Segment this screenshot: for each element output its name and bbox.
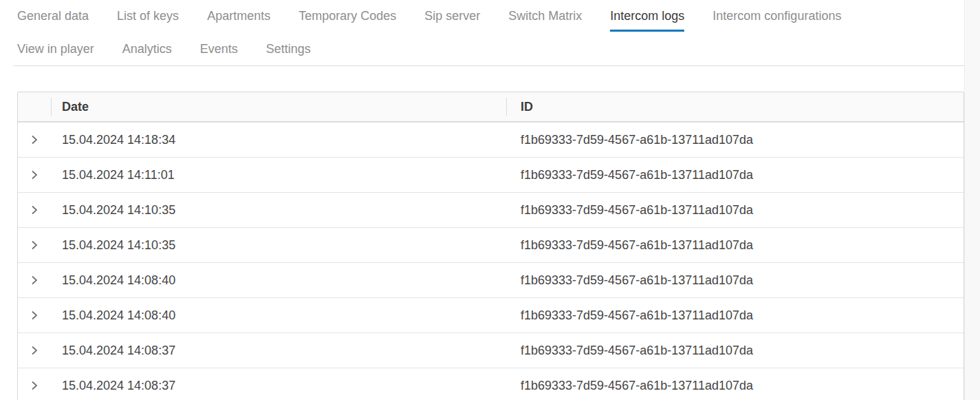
row-expand-button[interactable] bbox=[28, 379, 41, 392]
expand-column-header bbox=[18, 92, 51, 121]
chevron-right-icon bbox=[29, 240, 40, 251]
table-row[interactable]: 15.04.2024 14:08:37 f1b69333-7d59-4567-a… bbox=[18, 368, 963, 400]
chevron-right-icon bbox=[29, 345, 40, 356]
tab-view-in-player[interactable]: View in player bbox=[17, 42, 94, 56]
log-id: f1b69333-7d59-4567-a61b-13711ad107da bbox=[506, 203, 963, 218]
tab-sip-server[interactable]: Sip server bbox=[424, 9, 480, 32]
primary-tab-bar: General data List of keys Apartments Tem… bbox=[0, 0, 980, 32]
table-row[interactable]: 15.04.2024 14:08:37 f1b69333-7d59-4567-a… bbox=[18, 333, 963, 368]
log-id: f1b69333-7d59-4567-a61b-13711ad107da bbox=[506, 308, 963, 323]
chevron-right-icon bbox=[29, 380, 40, 391]
tab-apartments[interactable]: Apartments bbox=[207, 9, 270, 32]
row-expand-button[interactable] bbox=[28, 344, 41, 357]
row-expand-button[interactable] bbox=[28, 168, 41, 182]
log-id: f1b69333-7d59-4567-a61b-13711ad107da bbox=[506, 344, 963, 358]
chevron-right-icon bbox=[29, 310, 40, 321]
row-expand-button[interactable] bbox=[28, 203, 41, 217]
table-row[interactable]: 15.04.2024 14:10:35 f1b69333-7d59-4567-a… bbox=[18, 192, 963, 227]
table-header-row: Date ID bbox=[18, 92, 963, 122]
table-row[interactable]: 15.04.2024 14:08:40 f1b69333-7d59-4567-a… bbox=[18, 262, 963, 297]
table-row[interactable]: 15.04.2024 14:08:40 f1b69333-7d59-4567-a… bbox=[18, 297, 963, 333]
tab-general-data[interactable]: General data bbox=[17, 9, 89, 32]
log-date: 15.04.2024 14:08:40 bbox=[51, 308, 506, 323]
table-row[interactable]: 15.04.2024 14:18:34 f1b69333-7d59-4567-a… bbox=[18, 122, 963, 157]
date-column-header[interactable]: Date bbox=[51, 92, 506, 121]
chevron-right-icon bbox=[29, 169, 40, 180]
log-id: f1b69333-7d59-4567-a61b-13711ad107da bbox=[506, 238, 963, 253]
tab-events[interactable]: Events bbox=[200, 42, 238, 56]
tabs-divider bbox=[14, 65, 964, 66]
secondary-tab-bar: View in player Analytics Events Settings bbox=[0, 42, 980, 56]
log-date: 15.04.2024 14:10:35 bbox=[51, 203, 506, 218]
log-date: 15.04.2024 14:11:01 bbox=[51, 168, 506, 182]
tab-intercom-logs[interactable]: Intercom logs bbox=[610, 9, 684, 32]
row-expand-button[interactable] bbox=[28, 308, 41, 322]
chevron-right-icon bbox=[29, 134, 40, 145]
tab-switch-matrix[interactable]: Switch Matrix bbox=[508, 9, 582, 32]
tab-intercom-configurations[interactable]: Intercom configurations bbox=[712, 9, 841, 32]
intercom-logs-table: Date ID 15.04.2024 14:18:34 f1b69333-7d5… bbox=[17, 92, 964, 400]
table-row[interactable]: 15.04.2024 14:11:01 f1b69333-7d59-4567-a… bbox=[18, 157, 963, 192]
tab-analytics[interactable]: Analytics bbox=[122, 42, 172, 56]
tab-list-of-keys[interactable]: List of keys bbox=[117, 9, 179, 32]
log-id: f1b69333-7d59-4567-a61b-13711ad107da bbox=[506, 273, 963, 288]
log-date: 15.04.2024 14:08:37 bbox=[51, 379, 506, 393]
row-expand-button[interactable] bbox=[28, 273, 41, 287]
log-id: f1b69333-7d59-4567-a61b-13711ad107da bbox=[506, 379, 963, 393]
chevron-right-icon bbox=[29, 275, 40, 286]
log-id: f1b69333-7d59-4567-a61b-13711ad107da bbox=[506, 133, 963, 147]
tab-temporary-codes[interactable]: Temporary Codes bbox=[298, 9, 396, 32]
log-date: 15.04.2024 14:08:40 bbox=[51, 273, 506, 288]
row-expand-button[interactable] bbox=[28, 133, 41, 147]
log-date: 15.04.2024 14:10:35 bbox=[51, 238, 506, 253]
row-expand-button[interactable] bbox=[28, 238, 41, 252]
table-row[interactable]: 15.04.2024 14:10:35 f1b69333-7d59-4567-a… bbox=[18, 227, 963, 262]
intercom-logs-page: General data List of keys Apartments Tem… bbox=[0, 0, 980, 400]
id-column-header[interactable]: ID bbox=[506, 92, 963, 121]
log-date: 15.04.2024 14:08:37 bbox=[51, 344, 506, 358]
tab-settings[interactable]: Settings bbox=[266, 42, 311, 56]
log-id: f1b69333-7d59-4567-a61b-13711ad107da bbox=[506, 168, 963, 182]
log-date: 15.04.2024 14:18:34 bbox=[51, 133, 506, 147]
scrollbar-track[interactable] bbox=[964, 0, 980, 400]
chevron-right-icon bbox=[29, 204, 40, 215]
